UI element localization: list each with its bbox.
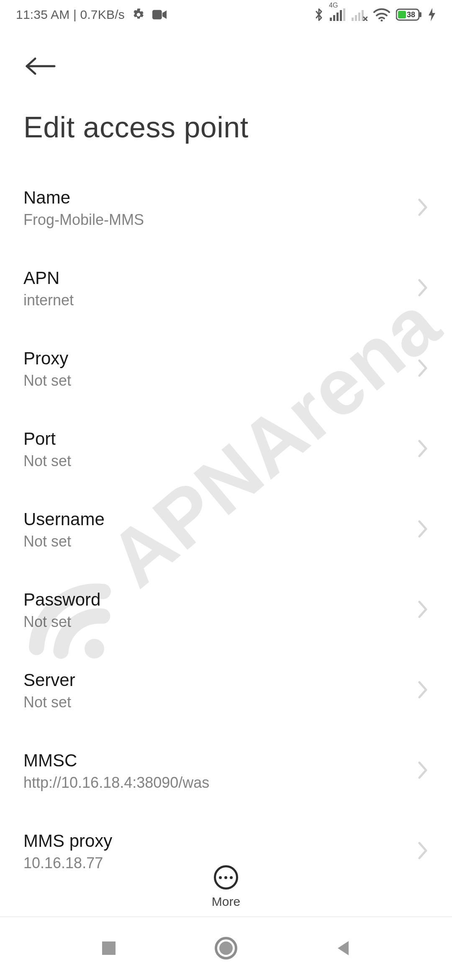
svg-rect-0 [152,10,162,20]
signal-secondary-icon [352,8,367,21]
chevron-right-icon [417,841,429,861]
svg-rect-4 [340,10,342,21]
back-button[interactable] [23,49,57,83]
chevron-right-icon [417,198,429,218]
setting-value: internet [23,291,74,309]
status-bar-right: 4G [314,7,435,22]
setting-label: Username [23,509,105,529]
setting-value: Frog-Mobile-MMS [23,211,144,229]
more-icon [214,865,238,890]
setting-label: MMSC [23,750,209,771]
triangle-left-icon [334,939,352,958]
setting-apn[interactable]: APN internet [23,250,429,330]
svg-point-18 [219,941,233,955]
setting-label: APN [23,268,74,288]
video-camera-icon [152,9,167,20]
svg-rect-16 [102,941,116,955]
wifi-icon [373,8,390,21]
setting-username[interactable]: Username Not set [23,491,429,571]
signal-label: 4G [329,2,338,9]
svg-rect-12 [419,12,421,17]
setting-label: Name [23,188,144,208]
nav-recent-button[interactable] [84,923,134,974]
system-nav-bar [0,917,452,980]
setting-value: Not set [23,372,71,389]
setting-server[interactable]: Server Not set [23,652,429,732]
app-bar [0,29,452,83]
arrow-left-icon [24,56,56,76]
svg-rect-5 [343,8,345,21]
setting-label: Port [23,429,71,449]
more-button[interactable]: More [212,865,240,909]
page-title: Edit access point [0,83,452,169]
status-bar: 11:35 AM | 0.7KB/s 4G [0,0,452,29]
setting-value: Not set [23,694,75,711]
signal-4g-icon: 4G [330,8,346,21]
chevron-right-icon [417,279,429,299]
chevron-right-icon [417,439,429,459]
setting-port[interactable]: Port Not set [23,410,429,491]
bluetooth-icon [314,7,324,22]
nav-back-button[interactable] [318,923,368,974]
setting-label: MMS proxy [23,831,112,851]
gear-icon [132,8,145,21]
setting-value: http://10.16.18.4:38090/was [23,774,209,792]
chevron-right-icon [417,600,429,620]
setting-name[interactable]: Name Frog-Mobile-MMS [23,169,429,250]
bottom-action-bar: More [0,865,452,909]
setting-label: Password [23,590,100,610]
chevron-right-icon [417,761,429,781]
status-time-text: 11:35 AM [16,8,69,21]
status-net-speed: 0.7KB/s [80,8,124,21]
chevron-right-icon [417,359,429,379]
svg-rect-7 [355,15,357,21]
setting-proxy[interactable]: Proxy Not set [23,330,429,410]
circle-icon [214,936,238,961]
setting-label: Server [23,670,75,690]
status-time: 11:35 AM | 0.7KB/s [16,8,125,22]
chevron-right-icon [417,520,429,540]
svg-rect-1 [330,18,332,21]
svg-rect-9 [362,10,364,21]
setting-mmsc[interactable]: MMSC http://10.16.18.4:38090/was [23,732,429,812]
svg-rect-3 [336,13,339,21]
svg-point-10 [381,20,383,22]
svg-rect-13 [398,11,406,18]
setting-value: Not set [23,533,105,550]
setting-password[interactable]: Password Not set [23,571,429,652]
svg-rect-2 [333,15,335,21]
battery-icon: 38 [396,8,423,21]
svg-rect-8 [358,13,360,21]
chevron-right-icon [417,681,429,701]
settings-list: Name Frog-Mobile-MMS APN internet Proxy … [0,169,452,897]
battery-percent: 38 [407,10,415,19]
setting-label: Proxy [23,348,71,369]
more-label: More [212,895,240,909]
setting-value: Not set [23,613,100,631]
setting-value: Not set [23,452,71,470]
square-icon [100,940,117,958]
status-bar-left: 11:35 AM | 0.7KB/s [16,8,167,22]
charging-bolt-icon [429,8,435,21]
nav-home-button[interactable] [201,923,251,974]
svg-rect-6 [352,18,354,21]
